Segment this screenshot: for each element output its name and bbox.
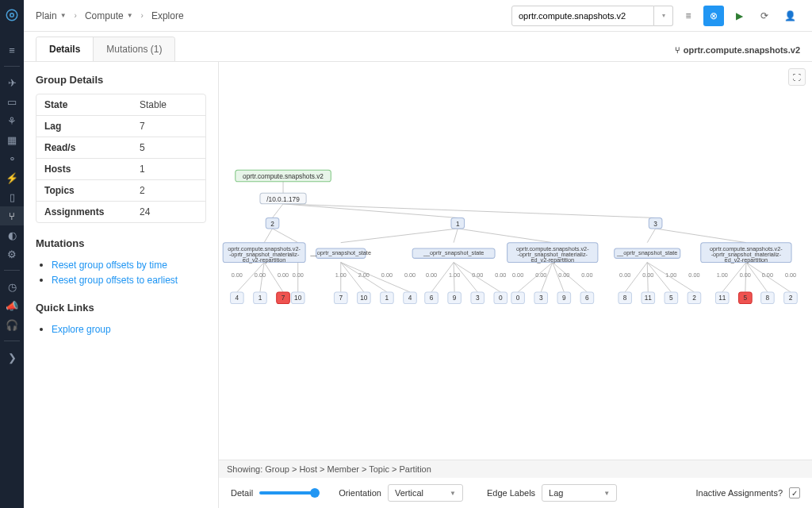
breadcrumb-page: Explore — [151, 10, 184, 21]
svg-text:1: 1 — [456, 220, 460, 228]
svg-text:6: 6 — [430, 294, 434, 302]
shield-icon[interactable]: ◐ — [0, 225, 24, 244]
share-icon[interactable]: ⚬ — [0, 149, 24, 168]
svg-text:9: 9 — [453, 294, 457, 302]
help-icon[interactable]: 🎧 — [0, 315, 24, 334]
svg-line-20 — [341, 263, 410, 292]
svg-text:0.00: 0.00 — [404, 271, 416, 279]
link-explore-group[interactable]: Explore group — [52, 324, 111, 335]
fullscreen-button[interactable]: ⛶ — [788, 68, 806, 86]
svg-line-9 — [454, 229, 458, 243]
orientation-label: Orientation — [339, 488, 381, 498]
svg-text:ed_v2-repartition: ed_v2-repartition — [243, 256, 286, 264]
svg-text:__oprtr_snapshot_state: __oprtr_snapshot_state — [310, 249, 371, 256]
clock-icon[interactable]: ◷ — [0, 277, 24, 296]
plug-icon[interactable]: ⚡ — [0, 168, 24, 187]
detail-label: Detail — [231, 488, 253, 498]
mutations-title: Mutations — [36, 237, 206, 249]
svg-text:2: 2 — [789, 294, 793, 302]
svg-text:2: 2 — [270, 220, 274, 228]
svg-text:__oprtr_snapshot_state: __oprtr_snapshot_state — [423, 249, 484, 256]
svg-text:0.00: 0.00 — [642, 271, 653, 279]
svg-text:/10.0.1.179: /10.0.1.179 — [266, 195, 300, 203]
link-reset-time[interactable]: Reset group offsets by time — [52, 260, 167, 271]
user-icon[interactable]: 👤 — [779, 6, 800, 26]
svg-text:3: 3 — [539, 294, 543, 302]
search-input[interactable] — [511, 6, 654, 26]
branch-indicator: ⑂ oprtr.compute.snapshots.v2 — [675, 45, 800, 61]
svg-text:1: 1 — [385, 294, 389, 302]
edge-labels-label: Edge Labels — [487, 488, 535, 498]
svg-line-4 — [283, 204, 458, 218]
svg-text:1.00: 1.00 — [717, 271, 728, 279]
breadcrumb-env[interactable]: Plain ▼ — [36, 10, 67, 21]
svg-point-1 — [10, 13, 14, 17]
doc-icon[interactable]: ▯ — [0, 187, 24, 206]
svg-text:2: 2 — [692, 294, 696, 302]
collapse-icon[interactable]: ❯ — [0, 348, 24, 367]
svg-point-0 — [6, 10, 17, 21]
topology-graph[interactable]: oprtr.compute.snapshots.v2 /10.0.1.179 2… — [219, 62, 812, 460]
refresh-icon[interactable]: ⟳ — [754, 6, 775, 26]
menu-icon[interactable]: ≡ — [0, 40, 24, 60]
folder-icon[interactable]: ▭ — [0, 92, 24, 111]
svg-text:5: 5 — [669, 294, 673, 302]
inactive-checkbox[interactable]: ✓ — [789, 487, 800, 498]
svg-line-6 — [264, 229, 272, 243]
play-button[interactable]: ▶ — [729, 6, 749, 26]
svg-text:6: 6 — [585, 294, 589, 302]
svg-text:0.00: 0.00 — [762, 271, 773, 279]
app-logo[interactable] — [5, 8, 19, 25]
group-details-table: StateStable Lag7 Read/s5 Hosts1 Topics2 … — [36, 94, 206, 223]
svg-line-10 — [458, 229, 552, 243]
tab-mutations[interactable]: Mutations (1) — [94, 37, 174, 61]
svg-text:10: 10 — [360, 294, 368, 302]
svg-text:9: 9 — [562, 294, 566, 302]
edge-labels-select[interactable]: Lag▼ — [542, 484, 617, 502]
svg-line-5 — [283, 204, 656, 218]
svg-text:4: 4 — [236, 294, 239, 302]
svg-text:0: 0 — [499, 294, 503, 302]
svg-text:0: 0 — [516, 294, 520, 302]
gear-icon[interactable]: ⚙ — [0, 244, 24, 264]
list-icon[interactable]: ≡ — [678, 6, 699, 26]
svg-text:0.00: 0.00 — [512, 271, 523, 279]
orientation-select[interactable]: Vertical▼ — [388, 484, 463, 502]
announce-icon[interactable]: 📣 — [0, 296, 24, 315]
svg-text:0.00: 0.00 — [558, 271, 569, 279]
tab-details[interactable]: Details — [36, 37, 94, 61]
svg-text:ed_v2-repartition: ed_v2-repartition — [725, 256, 768, 264]
stop-button[interactable]: ⊗ — [703, 6, 724, 26]
svg-text:7: 7 — [282, 294, 285, 302]
svg-text:0.00: 0.00 — [688, 271, 699, 279]
svg-text:11: 11 — [718, 294, 726, 302]
search-dropdown-icon[interactable]: ▾ — [654, 6, 673, 26]
svg-text:0.00: 0.00 — [495, 271, 506, 279]
widget-icon[interactable]: ▦ — [0, 130, 24, 149]
svg-text:oprtr.compute.snapshots.v2: oprtr.compute.snapshots.v2 — [243, 172, 324, 180]
inactive-label: Inactive Assignments? — [696, 488, 783, 498]
send-icon[interactable]: ✈ — [0, 73, 24, 92]
svg-text:7: 7 — [339, 294, 343, 302]
link-reset-earliest[interactable]: Reset group offsets to earliest — [52, 275, 178, 286]
breadcrumb-section[interactable]: Compute ▼ — [85, 10, 133, 21]
svg-text:4: 4 — [408, 294, 412, 302]
branch-icon: ⑂ — [675, 45, 680, 55]
svg-text:2.00: 2.00 — [358, 271, 370, 279]
svg-line-3 — [273, 204, 284, 218]
svg-line-12 — [656, 229, 746, 243]
svg-text:0.00: 0.00 — [785, 271, 796, 279]
org-icon[interactable]: ⚘ — [0, 111, 24, 130]
svg-text:3: 3 — [653, 220, 657, 228]
svg-text:0.00: 0.00 — [278, 271, 289, 279]
svg-line-7 — [273, 229, 298, 243]
branch-icon[interactable]: ⑂ — [0, 206, 24, 225]
svg-text:0.00: 0.00 — [293, 271, 304, 279]
svg-text:__oprtr_snapshot_state: __oprtr_snapshot_state — [616, 249, 677, 256]
svg-text:0.00: 0.00 — [255, 271, 266, 279]
svg-text:ed_v2-repartition: ed_v2-repartition — [530, 256, 574, 264]
sidebar: ≡ ✈ ▭ ⚘ ▦ ⚬ ⚡ ▯ ⑂ ◐ ⚙ ◷ 📣 🎧 ❯ — [0, 0, 24, 508]
detail-slider[interactable] — [259, 491, 315, 495]
svg-text:3: 3 — [476, 294, 480, 302]
svg-line-8 — [341, 229, 458, 243]
